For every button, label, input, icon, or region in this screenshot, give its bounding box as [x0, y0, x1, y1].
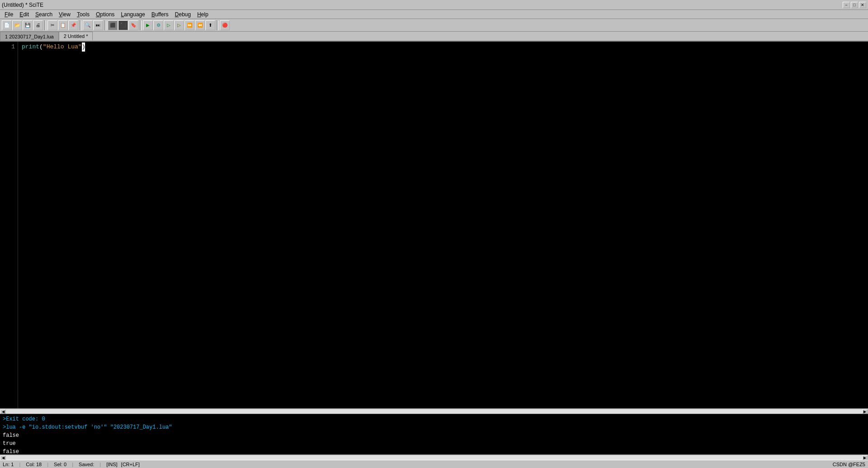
new-button[interactable]: 📄 [2, 20, 12, 30]
toolbar-sep-5 [217, 20, 218, 30]
output-line-2: >lua -e "io.stdout:setvbuf 'no'" "202307… [3, 423, 865, 431]
paren-open: ( [39, 43, 43, 50]
editor[interactable]: 1 print("Hello Lua") [0, 42, 868, 408]
menu-help[interactable]: Help [194, 11, 211, 18]
line-numbers: 1 [0, 42, 18, 408]
out-scroll-track [6, 455, 862, 460]
stop2-button[interactable]: ⬛ [118, 20, 128, 30]
output-line-1: >Exit code: 0 [3, 415, 865, 423]
run2-button[interactable]: ▷ [164, 20, 174, 30]
window-controls: − □ ✕ [843, 2, 866, 8]
print-button[interactable]: 🖨 [33, 20, 43, 30]
close-button[interactable]: ✕ [859, 2, 866, 8]
output-panel: >Exit code: 0 >lua -e "io.stdout:setvbuf… [0, 414, 868, 454]
output-scrollbar[interactable]: ◀ ▶ [0, 454, 868, 460]
status-right: CSDN @FEZ5 [833, 462, 865, 467]
status-sep-3: | [72, 462, 73, 467]
scroll-track [6, 409, 862, 414]
back-button[interactable]: ⏪ [195, 20, 205, 30]
status-ln: Ln: 1 [3, 462, 14, 467]
status-col: Col: 18 [26, 462, 42, 467]
editor-container: 1 print("Hello Lua") ◀ ▶ >Exit code: 0 >… [0, 42, 868, 460]
horizontal-scrollbar[interactable]: ◀ ▶ [0, 408, 868, 414]
tab-file2[interactable]: 2 Untitled * [59, 32, 93, 41]
stop-button[interactable]: ⬛ [108, 20, 118, 30]
run-button[interactable]: ▶ [143, 20, 153, 30]
menu-options[interactable]: Options [93, 11, 117, 18]
status-saved: Saved: [79, 462, 94, 467]
run3-button[interactable]: ▷ [174, 20, 184, 30]
code-area[interactable]: print("Hello Lua") [18, 42, 868, 408]
toolbar-sep-3 [104, 20, 106, 30]
out-scroll-left-button[interactable]: ◀ [0, 455, 6, 460]
open-button[interactable]: 📂 [12, 20, 22, 30]
menu-buffers[interactable]: Buffers [149, 11, 171, 18]
title-text: (Untitled) * SciTE [2, 2, 43, 8]
restore-button[interactable]: □ [851, 2, 858, 8]
status-crlf: [CR+LF] [121, 462, 140, 467]
menu-language[interactable]: Language [118, 11, 147, 18]
bookmark-button[interactable]: 🔖 [128, 20, 138, 30]
status-sel: Sel: 0 [54, 462, 66, 467]
scroll-left-button[interactable]: ◀ [0, 409, 6, 414]
find-button[interactable]: 🔍 [83, 20, 93, 30]
toolbar-sep-4 [140, 20, 142, 30]
scroll-right-button[interactable]: ▶ [862, 409, 868, 414]
tab-bar: 1 20230717_Day1.lua 2 Untitled * [0, 32, 868, 42]
paste-button[interactable]: 📌 [68, 20, 78, 30]
menu-bar: File Edit Search View Tools Options Lang… [0, 10, 868, 19]
status-sep-2: | [47, 462, 48, 467]
status-ins: [INS] [106, 462, 117, 467]
go-button[interactable]: ⏩ [185, 20, 194, 30]
abort-button[interactable]: 🔴 [220, 20, 230, 30]
toolbar-sep-2 [80, 20, 81, 30]
minimize-button[interactable]: − [843, 2, 850, 8]
find-next-button[interactable]: ⏭ [93, 20, 103, 30]
menu-tools[interactable]: Tools [74, 11, 92, 18]
cursor: ) [82, 43, 85, 52]
menu-debug[interactable]: Debug [172, 11, 194, 18]
toolbar: 📄 📂 💾 🖨 ✂ 📋 📌 🔍 ⏭ ⬛ ⬛ 🔖 ▶ ⚙ ▷ ▷ ⏩ ⏪ ⬆ 🔴 [0, 19, 868, 32]
menu-view[interactable]: View [56, 11, 73, 18]
output-line-5: false [3, 448, 865, 454]
string-literal: "Hello Lua" [43, 43, 82, 50]
output-line-4: true [3, 440, 865, 448]
toolbar-sep-1 [44, 20, 46, 30]
copy-button[interactable]: 📋 [58, 20, 68, 30]
line-number-1: 1 [3, 43, 15, 52]
keyword-print: print [22, 43, 39, 50]
status-bar: Ln: 1 | Col: 18 | Sel: 0 | Saved: | [INS… [0, 460, 868, 468]
code-line-1: print("Hello Lua") [22, 43, 864, 52]
status-sep-4: | [100, 462, 101, 467]
menu-file[interactable]: File [2, 11, 16, 18]
title-bar: (Untitled) * SciTE − □ ✕ [0, 0, 868, 10]
up-button[interactable]: ⬆ [205, 20, 215, 30]
cut-button[interactable]: ✂ [47, 20, 57, 30]
out-scroll-right-button[interactable]: ▶ [862, 455, 868, 460]
menu-search[interactable]: Search [33, 11, 55, 18]
compile-button[interactable]: ⚙ [153, 20, 163, 30]
tab-file1[interactable]: 1 20230717_Day1.lua [0, 32, 59, 41]
output-line-3: false [3, 431, 865, 440]
save-button[interactable]: 💾 [23, 20, 33, 30]
menu-edit[interactable]: Edit [17, 11, 32, 18]
status-sep-1: | [19, 462, 20, 467]
